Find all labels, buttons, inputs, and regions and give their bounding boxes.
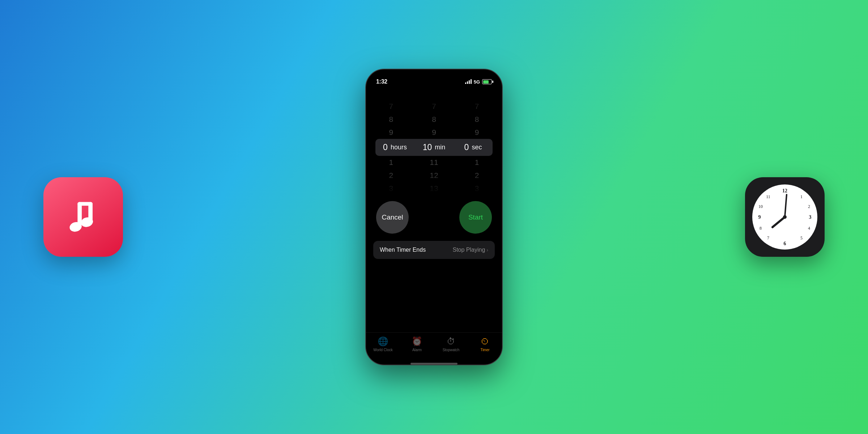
network-label: 5G <box>474 79 480 85</box>
start-button[interactable]: Start <box>459 201 492 234</box>
stopwatch-icon: ⏱ <box>447 336 455 346</box>
svg-line-18 <box>785 195 787 217</box>
picker-sec-below: 1 2 3 <box>455 156 498 194</box>
nav-timer[interactable]: ⏲ Timer <box>468 336 502 352</box>
music-app-icon[interactable] <box>43 177 123 257</box>
timer-ends-value[interactable]: Stop Playing › <box>452 247 488 253</box>
picker-below-rows: 1 2 3 11 12 13 1 2 <box>370 156 498 194</box>
cancel-button[interactable]: Cancel <box>376 201 409 234</box>
picker-item: 7 <box>370 100 413 113</box>
picker-item: 2 <box>370 169 413 182</box>
nav-stopwatch[interactable]: ⏱ Stopwatch <box>434 336 468 352</box>
status-time: 1:32 <box>376 78 387 85</box>
picker-item: 13 <box>413 182 456 194</box>
picker-wrapper[interactable]: 7 8 9 7 8 9 7 8 <box>370 93 498 194</box>
picker-item: 1 <box>370 156 413 169</box>
battery-fill <box>483 80 489 84</box>
picker-hours-selected[interactable]: 0 hours <box>375 139 414 156</box>
picker-item: 9 <box>370 126 413 139</box>
svg-text:2: 2 <box>808 204 810 209</box>
sec-label: sec <box>472 144 482 151</box>
picker-item: 7 <box>413 100 456 113</box>
timer-screen: 7 8 9 7 8 9 7 8 <box>366 89 502 365</box>
picker-sec-selected[interactable]: 0 sec <box>454 139 493 156</box>
world-clock-label: World Clock <box>373 348 393 352</box>
timer-icon: ⏲ <box>481 336 489 346</box>
dynamic-island <box>412 74 456 86</box>
globe-icon: 🌐 <box>378 336 388 346</box>
min-label: min <box>435 144 445 151</box>
battery-indicator <box>482 79 492 84</box>
stopwatch-label: Stopwatch <box>443 348 460 352</box>
svg-line-17 <box>773 217 785 227</box>
battery-icon <box>482 79 492 84</box>
alarm-icon: ⏰ <box>412 336 422 346</box>
picker-above-rows: 7 8 9 7 8 9 7 8 <box>370 93 498 139</box>
alarm-label: Alarm <box>412 348 422 352</box>
svg-text:6: 6 <box>784 241 786 246</box>
timer-picker[interactable]: 7 8 9 7 8 9 7 8 <box>366 93 502 194</box>
svg-text:12: 12 <box>782 188 787 193</box>
nav-world-clock[interactable]: 🌐 World Clock <box>366 336 400 352</box>
timer-ends-row[interactable]: When Timer Ends Stop Playing › <box>373 241 495 259</box>
picker-hours-below: 1 2 3 <box>370 156 413 194</box>
svg-text:8: 8 <box>760 226 762 231</box>
picker-item: 12 <box>413 169 456 182</box>
hours-label: hours <box>391 144 407 151</box>
phone: 1:32 5G <box>365 69 503 365</box>
picker-item: 8 <box>413 113 456 126</box>
picker-item: 8 <box>455 113 498 126</box>
picker-min-below: 11 12 13 <box>413 156 456 194</box>
svg-text:9: 9 <box>758 214 761 220</box>
phone-body: 1:32 5G <box>365 69 503 365</box>
signal-bars-icon <box>465 80 472 84</box>
nav-alarm[interactable]: ⏰ Alarm <box>400 336 434 352</box>
svg-text:7: 7 <box>767 235 769 241</box>
picker-item: 9 <box>455 126 498 139</box>
picker-item: 7 <box>455 100 498 113</box>
picker-item: 9 <box>413 126 456 139</box>
picker-min-selected[interactable]: 10 min <box>414 139 454 156</box>
min-value: 10 <box>423 142 432 152</box>
svg-text:4: 4 <box>808 226 810 231</box>
picker-item: 2 <box>455 169 498 182</box>
picker-selected-row[interactable]: 0 hours 10 min 0 sec <box>375 139 493 156</box>
picker-item: 3 <box>455 182 498 194</box>
home-indicator <box>410 363 458 365</box>
svg-text:1: 1 <box>800 194 803 199</box>
picker-item: 8 <box>370 113 413 126</box>
timer-ends-label: When Timer Ends <box>380 247 426 253</box>
timer-ends-stop-playing: Stop Playing <box>452 247 485 253</box>
bottom-nav: 🌐 World Clock ⏰ Alarm ⏱ Stopwatch ⏲ Time… <box>366 332 502 361</box>
svg-text:10: 10 <box>758 204 763 209</box>
picker-sec-above: 7 8 9 <box>455 100 498 139</box>
clock-app-icon[interactable]: 12 3 6 9 1 2 4 5 7 8 10 11 <box>745 177 825 257</box>
picker-min-above: 7 8 9 <box>413 100 456 139</box>
sec-value: 0 <box>464 142 469 152</box>
phone-screen: 1:32 5G <box>366 69 502 365</box>
status-icons: 5G <box>465 79 492 85</box>
picker-item: 3 <box>370 182 413 194</box>
svg-text:5: 5 <box>800 235 803 241</box>
svg-text:11: 11 <box>766 194 770 199</box>
svg-point-19 <box>783 215 787 219</box>
hours-value: 0 <box>383 142 388 152</box>
picker-item: 11 <box>413 156 456 169</box>
button-row: Cancel Start <box>366 194 502 241</box>
picker-item: 1 <box>455 156 498 169</box>
picker-hours-above: 7 8 9 <box>370 100 413 139</box>
content-spacer <box>366 266 502 332</box>
chevron-right-icon: › <box>486 247 488 253</box>
timer-label: Timer <box>480 348 489 352</box>
svg-text:3: 3 <box>809 214 812 220</box>
